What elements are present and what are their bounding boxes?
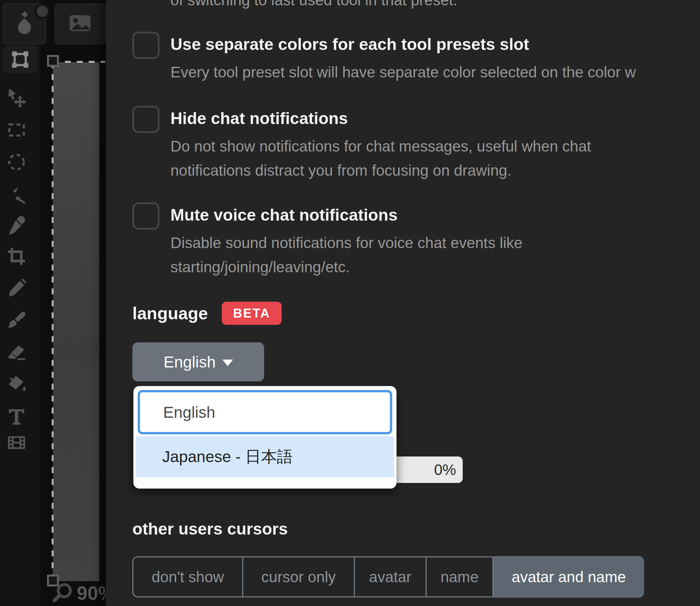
other-users-cursors-heading: other users cursors xyxy=(132,519,288,538)
tool-eyedropper[interactable] xyxy=(3,212,30,238)
tool-text[interactable] xyxy=(3,403,30,429)
tool-rect-select[interactable] xyxy=(3,117,30,143)
tool-move[interactable] xyxy=(3,84,30,111)
tool-crop[interactable] xyxy=(3,243,30,270)
tool-pencil[interactable] xyxy=(3,275,30,302)
use-separate-colors-description: Every tool preset slot will have separat… xyxy=(171,60,699,84)
mute-voice-chat-label: Mute voice chat notifications xyxy=(171,205,398,225)
chevron-down-icon xyxy=(222,359,233,366)
selection-marching-ants-left xyxy=(52,62,53,582)
use-separate-colors-label: Use separate colors for each tool preset… xyxy=(171,35,529,54)
eraser-icon xyxy=(6,342,27,363)
drawing-canvas[interactable] xyxy=(53,62,99,581)
notification-dot xyxy=(35,3,50,19)
mute-voice-chat-checkbox[interactable] xyxy=(132,203,160,230)
pencil-icon xyxy=(6,278,27,299)
magma-logo-icon xyxy=(13,11,37,37)
cursor-option-avatar-and-name[interactable]: avatar and name xyxy=(494,556,644,598)
tool-brush[interactable] xyxy=(3,307,30,333)
app-window: 90% of switching to last used tool in th… xyxy=(0,0,700,606)
language-option[interactable]: Japanese - 日本語 xyxy=(136,436,394,477)
tool-eraser[interactable] xyxy=(3,339,30,366)
eyedropper-icon xyxy=(6,215,27,235)
language-section-header: language BETA xyxy=(132,302,281,325)
hide-chat-notifications-label: Hide chat notifications xyxy=(171,109,348,128)
hide-chat-notifications-checkbox[interactable] xyxy=(132,106,160,133)
language-heading: language xyxy=(132,303,208,323)
hide-chat-notifications-description: Do not show notifications for chat messa… xyxy=(171,134,591,183)
language-search-input[interactable] xyxy=(138,390,392,434)
tool-lasso[interactable] xyxy=(3,181,30,208)
image-icon xyxy=(68,11,92,37)
transform-icon xyxy=(10,49,30,70)
cursor-option-avatar[interactable]: avatar xyxy=(355,557,427,597)
language-dropdown-popup: Japanese - 日本語 xyxy=(133,386,397,489)
cursor-option-cursor-only[interactable]: cursor only xyxy=(243,557,355,597)
cursors-segmented-control: don't showcursor onlyavatarnameavatar an… xyxy=(132,556,644,598)
mute-voice-chat-description: Disable sound notifications for voice ch… xyxy=(171,231,523,279)
beta-badge: BETA xyxy=(222,302,281,325)
cursor-option-name[interactable]: name xyxy=(427,557,494,597)
move-icon xyxy=(6,87,27,108)
selection-marching-ants-top xyxy=(53,61,105,63)
crop-icon xyxy=(6,246,27,266)
selection-handle-top-left[interactable] xyxy=(47,55,59,67)
ellipse-select-icon xyxy=(6,152,27,172)
text-icon xyxy=(6,406,27,426)
language-dropdown-value: English xyxy=(163,353,216,371)
language-dropdown-button[interactable]: English xyxy=(132,342,264,381)
cursor-option-don-t-show[interactable]: don't show xyxy=(133,557,243,597)
magnifier-icon xyxy=(52,581,74,605)
opacity-slider-value: 0% xyxy=(434,461,456,479)
use-separate-colors-checkbox[interactable] xyxy=(132,32,160,59)
fill-icon xyxy=(6,374,27,395)
clipped-setting-description: of switching to last used tool in that p… xyxy=(171,0,457,9)
tool-transform[interactable] xyxy=(3,46,38,73)
tool-ellipse-select[interactable] xyxy=(3,149,30,175)
lasso-icon xyxy=(6,184,27,205)
brush-icon xyxy=(6,310,27,330)
film-icon xyxy=(6,432,27,453)
rect-select-icon xyxy=(6,120,27,140)
tool-fill[interactable] xyxy=(3,371,30,398)
canvas-gutter: 90% xyxy=(0,0,106,606)
reference-image-tab[interactable] xyxy=(54,3,106,44)
settings-panel: of switching to last used tool in that p… xyxy=(106,0,700,606)
tool-film[interactable] xyxy=(3,429,30,456)
